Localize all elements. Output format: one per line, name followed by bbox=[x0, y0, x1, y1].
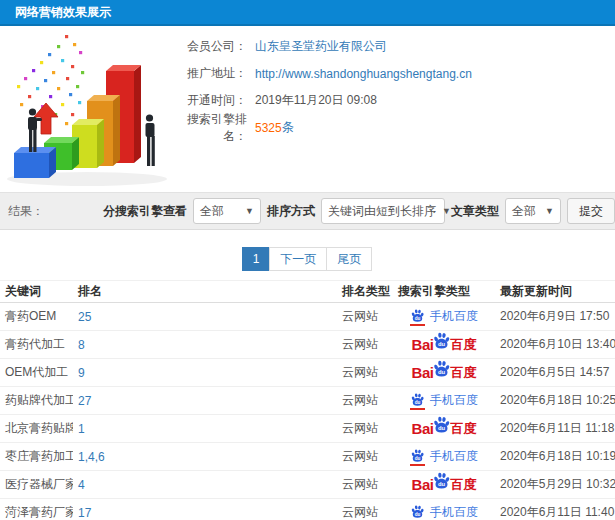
sort-filter-value: 关键词由短到长排序 bbox=[328, 203, 436, 220]
baidu-logo: Baidu百度 bbox=[412, 335, 477, 354]
updated-time-text: 2020年6月18日 10:25 bbox=[500, 393, 615, 407]
svg-text:du: du bbox=[415, 316, 421, 321]
page-title: 网络营销效果展示 bbox=[15, 5, 111, 19]
pagination: 1 下一页 尾页 bbox=[0, 247, 615, 271]
baidu-mobile-paw-icon: du bbox=[410, 392, 425, 410]
results-table: 关键词排名排名类型搜索引擎类型最新更新时间 膏药OEM25云网站du手机百度20… bbox=[0, 280, 615, 520]
table-row: 药贴牌代加工27云网站du手机百度2020年6月18日 10:25 bbox=[0, 387, 615, 415]
baidu-logo: Baidu百度 bbox=[412, 419, 477, 438]
pagination-last-button[interactable]: 尾页 bbox=[326, 247, 372, 271]
table-row: 枣庄膏药加工1,4,6云网站du手机百度2020年6月18日 10:19 bbox=[0, 443, 615, 471]
growth-chart-image bbox=[2, 30, 184, 188]
article-type-select[interactable]: 全部 ▼ bbox=[505, 198, 561, 224]
sort-filter-label: 排序方式 bbox=[267, 203, 315, 220]
rank-type-text: 云网站 bbox=[342, 505, 378, 519]
baidu-mobile-paw-icon: du bbox=[410, 308, 425, 326]
rank-link[interactable]: 1 bbox=[78, 422, 85, 436]
baidu-mobile-paw-icon: du bbox=[410, 448, 425, 466]
updated-time-text: 2020年6月18日 10:19 bbox=[500, 449, 615, 463]
keyword-text: 医疗器械厂家 bbox=[5, 477, 73, 491]
sort-filter-select[interactable]: 关键词由短到长排序 ▼ bbox=[321, 198, 445, 224]
rank-link[interactable]: 1,4,6 bbox=[78, 450, 105, 464]
baidu-paw-icon: du bbox=[432, 415, 451, 434]
rank-count-unit-link[interactable]: 条 bbox=[282, 119, 294, 136]
baidu-mobile-badge: du手机百度 bbox=[410, 448, 478, 466]
svg-text:du: du bbox=[415, 512, 421, 517]
pagination-current-page[interactable]: 1 bbox=[242, 247, 271, 271]
baidu-logo-cn-text: 百度 bbox=[450, 420, 476, 438]
chevron-down-icon: ▼ bbox=[245, 206, 254, 216]
result-label: 结果： bbox=[8, 203, 44, 220]
promo-url-label: 推广地址： bbox=[177, 65, 247, 82]
submit-button[interactable]: 提交 bbox=[567, 198, 615, 224]
info-row-url: 推广地址： http://www.shandonghuangshengtang.… bbox=[177, 60, 472, 87]
pagination-next-button[interactable]: 下一页 bbox=[269, 247, 327, 271]
article-type-label: 文章类型 bbox=[451, 203, 499, 220]
company-name-link[interactable]: 山东皇圣堂药业有限公司 bbox=[255, 38, 387, 55]
baidu-logo-bai-text: Bai bbox=[412, 476, 434, 493]
rank-link[interactable]: 9 bbox=[78, 366, 85, 380]
baidu-mobile-label: 手机百度 bbox=[430, 392, 478, 409]
svg-text:du: du bbox=[438, 341, 446, 347]
baidu-logo-paw-icon: du bbox=[432, 359, 451, 378]
updated-time-text: 2020年6月9日 17:50 bbox=[500, 309, 609, 323]
marketing-chart-illustration bbox=[2, 30, 184, 188]
baidu-logo: Baidu百度 bbox=[412, 475, 477, 494]
baidu-mobile-label: 手机百度 bbox=[430, 448, 478, 465]
businessman-right bbox=[146, 114, 155, 166]
rank-link[interactable]: 25 bbox=[78, 310, 91, 324]
rank-link[interactable]: 8 bbox=[78, 338, 85, 352]
baidu-paw-icon: du bbox=[410, 448, 425, 463]
keyword-text: 膏药代加工 bbox=[5, 337, 65, 351]
chevron-down-icon: ▼ bbox=[545, 206, 554, 216]
promo-url-link[interactable]: http://www.shandonghuangshengtang.cn bbox=[255, 67, 472, 81]
rank-type-text: 云网站 bbox=[342, 337, 378, 351]
svg-text:du: du bbox=[438, 481, 446, 487]
svg-text:du: du bbox=[415, 400, 421, 405]
svg-text:du: du bbox=[415, 456, 421, 461]
baidu-paw-icon: du bbox=[432, 471, 451, 490]
rank-link[interactable]: 17 bbox=[78, 506, 91, 520]
column-header: 搜索引擎类型 bbox=[393, 281, 495, 303]
baidu-paw-icon: du bbox=[410, 392, 425, 407]
rank-link[interactable]: 4 bbox=[78, 478, 85, 492]
table-header-row: 关键词排名排名类型搜索引擎类型最新更新时间 bbox=[0, 281, 615, 303]
rank-link[interactable]: 27 bbox=[78, 394, 91, 408]
company-info: 会员公司： 山东皇圣堂药业有限公司 推广地址： http://www.shand… bbox=[177, 33, 472, 141]
baidu-logo-bai-text: Bai bbox=[412, 336, 434, 353]
column-header: 关键词 bbox=[0, 281, 73, 303]
baidu-mobile-badge: du手机百度 bbox=[410, 504, 478, 520]
column-header: 最新更新时间 bbox=[495, 281, 615, 303]
table-row: 膏药OEM25云网站du手机百度2020年6月9日 17:50 bbox=[0, 303, 615, 331]
engine-filter-value: 全部 bbox=[200, 203, 224, 220]
keyword-text: 枣庄膏药加工 bbox=[5, 449, 73, 463]
keyword-text: 北京膏药贴牌 bbox=[5, 421, 73, 435]
baidu-logo-paw-icon: du bbox=[432, 415, 451, 434]
table-row: 北京膏药贴牌1云网站Baidu百度2020年6月11日 11:18 bbox=[0, 415, 615, 443]
table-row: OEM代加工9云网站Baidu百度2020年6月5日 14:57 bbox=[0, 359, 615, 387]
baidu-logo: Baidu百度 bbox=[412, 363, 477, 382]
svg-text:du: du bbox=[438, 425, 446, 431]
engine-filter-select[interactable]: 全部 ▼ bbox=[193, 198, 261, 224]
baidu-logo-bai-text: Bai bbox=[412, 364, 434, 381]
rank-type-text: 云网站 bbox=[342, 477, 378, 491]
updated-time-text: 2020年6月11日 11:18 bbox=[500, 421, 614, 435]
keyword-text: 药贴牌代加工 bbox=[5, 393, 73, 407]
baidu-logo-cn-text: 百度 bbox=[450, 336, 476, 354]
column-header: 排名类型 bbox=[337, 281, 393, 303]
baidu-mobile-badge: du手机百度 bbox=[410, 308, 478, 326]
baidu-logo-cn-text: 百度 bbox=[450, 476, 476, 494]
rank-type-text: 云网站 bbox=[342, 421, 378, 435]
baidu-paw-icon: du bbox=[410, 308, 425, 323]
table-row: 膏药代加工8云网站Baidu百度2020年6月10日 13:40 bbox=[0, 331, 615, 359]
baidu-paw-icon: du bbox=[432, 331, 451, 350]
baidu-paw-icon: du bbox=[432, 359, 451, 378]
rank-type-text: 云网站 bbox=[342, 365, 378, 379]
results-table-body: 膏药OEM25云网站du手机百度2020年6月9日 17:50膏药代加工8云网站… bbox=[0, 303, 615, 520]
baidu-mobile-label: 手机百度 bbox=[430, 308, 478, 325]
filter-bar: 结果： 分搜索引擎查看 全部 ▼ 排序方式 关键词由短到长排序 ▼ 文章类型 全… bbox=[0, 192, 615, 230]
keyword-text: 菏泽膏药厂家 bbox=[5, 505, 73, 519]
open-time-value: 2019年11月20日 09:08 bbox=[255, 92, 377, 109]
engine-filter-label: 分搜索引擎查看 bbox=[103, 203, 187, 220]
page-header: 网络营销效果展示 bbox=[0, 0, 615, 26]
